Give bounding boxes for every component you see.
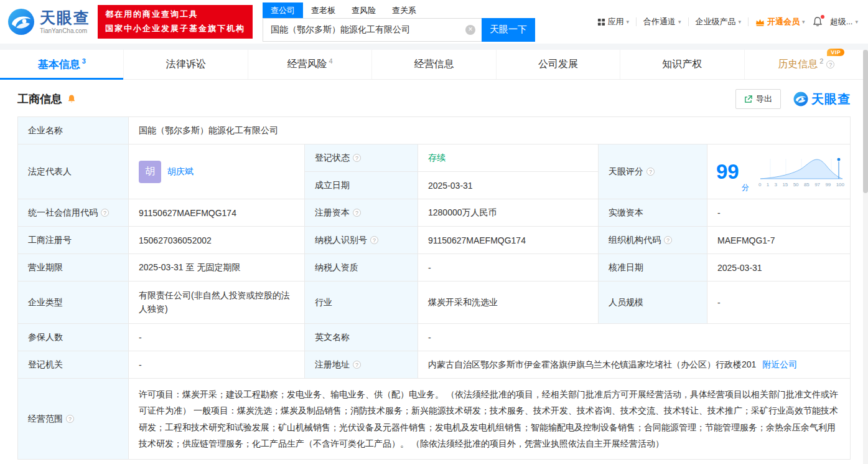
score-label: 天眼评分 ? — [599, 144, 707, 199]
help-icon[interactable]: ? — [353, 361, 361, 369]
nav-enterprise[interactable]: 企业级产品 ▾ — [696, 16, 742, 27]
taxpayer-id-label-text: 纳税人识别号 — [315, 235, 367, 246]
help-icon[interactable]: ? — [664, 236, 672, 244]
org-code-label-text: 组织机构代码 — [609, 235, 661, 246]
chevron-down-icon: ▾ — [678, 19, 681, 25]
tab-basic-info-label: 基本信息 — [38, 57, 80, 72]
search-tab-relation[interactable]: 查关系 — [384, 2, 424, 18]
tianyancha-logo-icon — [7, 8, 35, 36]
reg-address-label: 注册地址 ? — [305, 351, 418, 379]
reg-capital-label-text: 注册资本 — [315, 207, 350, 219]
promo-line2: 国家中小企业发展子基金旗下机构 — [105, 22, 245, 36]
score-label-text: 天眼评分 — [609, 166, 643, 178]
tab-business-risk[interactable]: 经营风险 4 — [248, 50, 371, 79]
english-name-value: - — [418, 324, 851, 351]
reg-number-label: 工商注册号 — [18, 227, 129, 254]
section-actions: 导出 天眼查 — [735, 89, 851, 109]
org-code-label: 组织机构代码 ? — [599, 227, 707, 254]
nav-account[interactable]: 超级... ▾ — [830, 16, 858, 27]
nav-apps[interactable]: 应用 ▾ — [597, 16, 630, 27]
establish-date-value: 2025-03-31 — [418, 172, 599, 199]
industry-value: 煤炭开采和洗选业 — [418, 282, 599, 324]
taxpayer-quality-value: - — [418, 254, 599, 282]
tick: 0 — [758, 182, 761, 187]
tab-business-info[interactable]: 经营信息 — [371, 50, 495, 79]
tick: 1 — [767, 182, 769, 187]
scrollbar[interactable] — [863, 50, 868, 464]
nav-account-label: 超级... — [830, 16, 853, 27]
search-tab-boss[interactable]: 查老板 — [303, 2, 343, 18]
logo-text: 天眼查 TianYanCha.com — [40, 10, 90, 34]
taxpayer-quality-label: 纳税人资质 — [305, 254, 418, 282]
help-icon[interactable]: ? — [826, 60, 834, 69]
legal-rep-name-link[interactable]: 胡庆斌 — [167, 166, 194, 178]
insured-count-label: 参保人数 — [18, 324, 129, 351]
clear-search-icon[interactable]: × — [465, 25, 475, 35]
nearby-companies-link[interactable]: 附近公司 — [762, 359, 797, 371]
search-box: × 天眼一下 — [263, 18, 535, 42]
tab-business-risk-count: 4 — [329, 57, 332, 65]
search-input[interactable] — [263, 18, 482, 42]
tab-basic-info[interactable]: 基本信息 3 — [0, 50, 123, 79]
reg-status-label: 登记状态 ? — [305, 144, 418, 172]
logo-title: 天眼查 — [40, 10, 90, 26]
approval-date-label: 核准日期 — [599, 254, 707, 282]
help-icon[interactable]: ? — [353, 209, 361, 217]
nav-open-vip-label: 开通会员 — [767, 16, 800, 27]
search-button[interactable]: 天眼一下 — [482, 18, 535, 42]
tab-legal-proceedings-label: 法律诉讼 — [166, 58, 206, 71]
staff-size-label: 人员规模 — [599, 282, 707, 324]
notification-dot — [821, 15, 824, 19]
approval-date-value: 2025-03-31 — [707, 254, 851, 282]
reg-status-value: 存续 — [418, 144, 599, 172]
help-icon[interactable]: ? — [66, 415, 74, 423]
search-tab-company[interactable]: 查公司 — [263, 2, 303, 18]
tab-intellectual-property[interactable]: 知识产权 — [620, 50, 744, 79]
notification-bell[interactable] — [812, 16, 823, 27]
help-icon[interactable]: ? — [353, 154, 361, 162]
score-curve-icon — [758, 156, 845, 181]
export-icon — [744, 95, 752, 103]
tick: 15 — [782, 182, 788, 187]
business-scope-value: 许可项目：煤炭开采；建设工程勘察；发电业务、输电业务、供（配）电业务。 （依法须… — [129, 379, 851, 460]
tab-history-info-count: 2 — [819, 57, 823, 65]
legal-rep-label: 法定代表人 — [18, 144, 129, 199]
reg-capital-label: 注册资本 ? — [305, 199, 418, 227]
tick: 97 — [814, 182, 820, 187]
crown-icon — [755, 18, 765, 26]
paid-capital-value: - — [707, 199, 851, 227]
establish-date-label: 成立日期 — [305, 172, 418, 199]
help-icon[interactable]: ? — [646, 168, 655, 176]
reg-status-label-text: 登记状态 — [315, 153, 350, 164]
reg-authority-label: 登记机关 — [18, 351, 129, 379]
nav-enterprise-label: 企业级产品 — [696, 16, 736, 27]
tab-history-info-label: 历史信息 — [778, 58, 818, 71]
tab-basic-info-count: 3 — [82, 57, 86, 65]
org-code-value: MAEFMQG1-7 — [707, 227, 851, 254]
promo-banner: 都在用的商业查询工具 国家中小企业发展子基金旗下机构 — [98, 5, 253, 39]
tianyancha-logo[interactable]: 天眼查 TianYanCha.com — [7, 8, 90, 36]
nav-partner[interactable]: 合作通道 ▾ — [643, 16, 681, 27]
scrollbar-thumb[interactable] — [863, 50, 868, 193]
tick: 3 — [775, 182, 777, 187]
company-name-label: 企业名称 — [18, 117, 129, 144]
alert-bell-icon[interactable] — [67, 94, 77, 104]
tick: 50 — [793, 182, 799, 187]
score-axis-ticks: 0 1 3 15 50 85 97 99 100 — [758, 182, 845, 187]
help-icon[interactable]: ? — [101, 209, 109, 217]
tab-history-info[interactable]: 历史信息 2 ? VIP — [744, 50, 868, 79]
main-content: 工商信息 导出 天眼查 企业名称 国能 — [0, 89, 868, 460]
chevron-down-icon: ▾ — [627, 19, 630, 25]
reg-capital-value: 1280000万人民币 — [418, 199, 599, 227]
logo-domain: TianYanCha.com — [40, 27, 90, 34]
tick: 99 — [825, 182, 831, 187]
legal-rep-avatar[interactable]: 胡 — [139, 161, 161, 183]
tianyancha-watermark: 天眼查 — [793, 91, 851, 108]
tab-legal-proceedings[interactable]: 法律诉讼 — [123, 50, 247, 79]
help-icon[interactable]: ? — [370, 236, 378, 244]
search-area: 查公司 查老板 查风险 查关系 × 天眼一下 — [263, 2, 535, 42]
export-button[interactable]: 导出 — [735, 89, 781, 109]
search-tab-risk[interactable]: 查风险 — [343, 2, 384, 18]
tab-company-development[interactable]: 公司发展 — [496, 50, 620, 79]
nav-open-vip[interactable]: 开通会员 ▾ — [755, 16, 805, 27]
